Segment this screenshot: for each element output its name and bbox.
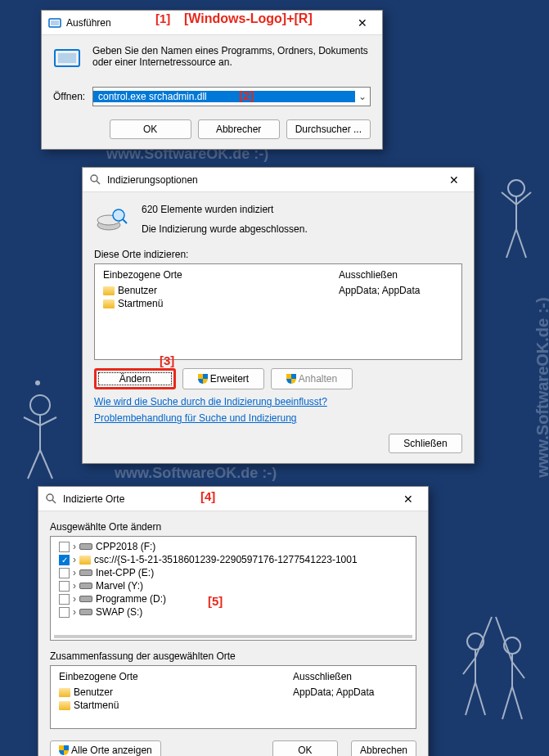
expand-icon[interactable]: ›: [70, 567, 79, 578]
svg-point-13: [467, 633, 484, 650]
svg-line-5: [40, 450, 52, 479]
svg-point-19: [504, 637, 520, 654]
command-input[interactable]: [93, 91, 355, 102]
help-link-2[interactable]: Problembehandlung für Suche und Indizier…: [94, 412, 297, 424]
decoration-figure: [11, 376, 69, 491]
svg-line-9: [502, 192, 516, 205]
search-icon: [89, 173, 102, 187]
location-checkbox[interactable]: [59, 568, 70, 578]
list-item[interactable]: BenutzerAppData; AppData: [95, 284, 461, 297]
folder-icon: [79, 556, 91, 565]
svg-line-34: [123, 219, 127, 223]
search-icon: [45, 493, 58, 506]
locations-dialog: Indizierte Orte ✕ Ausgewählte Orte änder…: [38, 486, 429, 756]
locations-title: Indizierte Orte: [63, 493, 392, 505]
indexing-title: Indizierungsoptionen: [107, 174, 438, 186]
chevron-down-icon[interactable]: ⌄: [355, 91, 370, 102]
locations-tree[interactable]: ›CPP2018 (F:)✓›csc://{S-1-5-21-351860123…: [50, 536, 416, 641]
advanced-button[interactable]: Erweitert: [182, 368, 264, 389]
svg-line-23: [502, 686, 512, 719]
tree-item[interactable]: ›SWAP (S:): [51, 605, 416, 619]
col-included: Einbezogene Orte: [59, 671, 293, 682]
expand-icon[interactable]: ›: [70, 580, 79, 592]
ok-button[interactable]: OK: [272, 740, 338, 756]
tree-item-label: CPP2018 (F:): [96, 541, 155, 552]
location-checkbox[interactable]: ✓: [59, 555, 70, 565]
close-button[interactable]: ✕: [438, 169, 470, 191]
folder-icon: [103, 299, 115, 308]
list-item[interactable]: BenutzerAppData; AppData: [51, 686, 416, 699]
svg-line-4: [28, 450, 40, 479]
drive-icon: [79, 596, 92, 602]
drive-icon: [79, 609, 92, 615]
close-button[interactable]: ✕: [346, 11, 379, 34]
browse-button[interactable]: Durchsucher ...: [286, 119, 371, 139]
locations-titlebar: Indizierte Orte ✕: [38, 487, 428, 511]
svg-point-6: [35, 380, 40, 385]
ok-button[interactable]: OK: [110, 119, 191, 139]
shield-icon: [59, 745, 69, 755]
tree-item-label: Inet-CPP (E:): [96, 567, 154, 578]
tree-item[interactable]: ›Marvel (Y:): [51, 579, 416, 592]
location-exclude: AppData; AppData: [339, 285, 453, 296]
pause-button[interactable]: Anhalten: [271, 368, 353, 389]
svg-line-16: [463, 658, 475, 674]
cancel-button[interactable]: Abbrechen: [351, 740, 416, 756]
svg-point-29: [91, 175, 97, 182]
location-checkbox[interactable]: [59, 594, 70, 605]
location-name: Startmenü: [74, 700, 119, 711]
watermark-text-vertical: www.SoftwareOK.de :-): [533, 297, 550, 477]
locations-list[interactable]: Einbezogene Orte Ausschließen BenutzerAp…: [94, 263, 462, 360]
indexed-count: 620 Elemente wurden indiziert: [142, 204, 462, 215]
modify-button[interactable]: Ändern: [94, 368, 176, 389]
summary-list[interactable]: Einbezogene Orte Ausschließen BenutzerAp…: [50, 665, 416, 729]
help-link-1[interactable]: Wie wird die Suche durch die Indizierung…: [94, 396, 327, 407]
tree-item[interactable]: ›Inet-CPP (E:): [51, 566, 416, 579]
tree-scrollbar[interactable]: [54, 635, 412, 638]
expand-icon[interactable]: ›: [70, 541, 79, 552]
tree-item-label: SWAP (S:): [96, 606, 142, 618]
svg-line-3: [40, 417, 56, 425]
col-excluded: Ausschließen: [293, 671, 407, 682]
expand-icon[interactable]: ›: [70, 606, 79, 618]
indexing-titlebar: Indizierungsoptionen ✕: [83, 168, 474, 192]
watermark-text: www.SoftwareOK.de :-): [115, 465, 277, 482]
run-icon: [48, 16, 61, 29]
indexing-dialog: Indizierungsoptionen ✕ 620 Elemente wurd…: [82, 167, 475, 464]
list-item[interactable]: Startmenü: [51, 699, 416, 712]
svg-line-15: [475, 617, 492, 658]
locations-label: Diese Orte indizieren:: [94, 249, 462, 260]
svg-line-18: [475, 682, 485, 715]
svg-line-12: [516, 229, 526, 258]
drive-icon: [79, 569, 92, 576]
folder-icon: [59, 688, 70, 697]
list-item[interactable]: Startmenü: [95, 297, 461, 310]
expand-icon[interactable]: ›: [70, 593, 79, 605]
location-checkbox[interactable]: [59, 607, 70, 618]
close-button[interactable]: ✕: [392, 488, 425, 511]
svg-line-24: [512, 686, 522, 719]
svg-line-36: [52, 500, 56, 503]
run-dialog: Ausführen ✕ Geben Sie den Namen eines Pr…: [41, 10, 383, 150]
expand-icon[interactable]: ›: [70, 554, 79, 565]
tree-item[interactable]: ›CPP2018 (F:): [51, 540, 416, 553]
close-dialog-button[interactable]: Schließen: [389, 434, 462, 453]
tree-item[interactable]: ✓›csc://{S-1-5-21-3518601239-2290597176-…: [51, 553, 416, 566]
tree-item[interactable]: ›Programme (D:): [51, 592, 416, 605]
change-locations-label: Ausgewählte Orte ändern: [50, 521, 416, 533]
location-checkbox[interactable]: [59, 542, 70, 552]
svg-point-7: [508, 180, 524, 196]
cancel-button[interactable]: Abbrecher: [198, 119, 280, 139]
svg-rect-26: [51, 20, 59, 25]
open-label: Öffnen:: [53, 91, 86, 102]
run-app-icon: [53, 45, 81, 75]
svg-line-2: [24, 417, 40, 425]
svg-point-35: [47, 494, 53, 501]
svg-line-11: [506, 229, 516, 258]
location-checkbox[interactable]: [59, 581, 70, 592]
show-all-button[interactable]: Alle Orte anzeigen: [50, 740, 161, 756]
command-input-wrapper: ⌄: [92, 87, 371, 106]
col-included: Einbezogene Orte: [103, 269, 339, 281]
shield-icon: [286, 374, 296, 384]
run-title: Ausführen: [66, 17, 346, 29]
